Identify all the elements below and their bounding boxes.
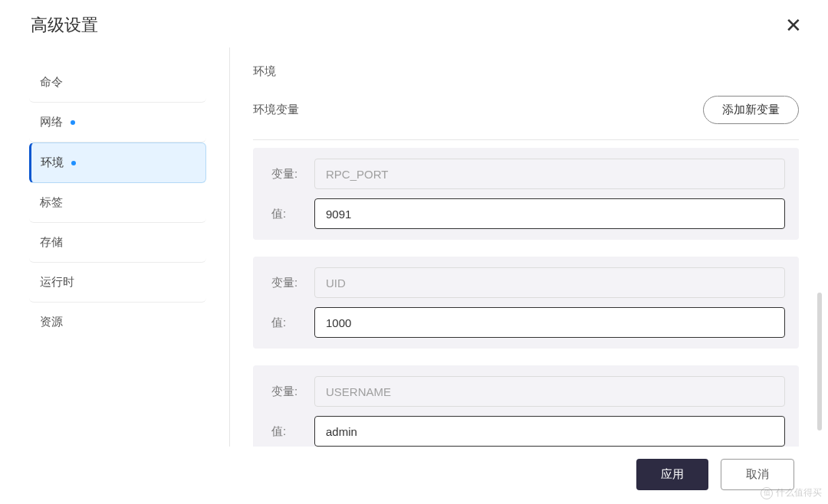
env-vars-label: 环境变量 [253, 103, 299, 117]
sidebar-item-runtime[interactable]: 运行时 [29, 263, 206, 303]
sidebar-item-label: 资源 [40, 315, 63, 329]
sidebar-item-command[interactable]: 命令 [29, 63, 206, 103]
var-key-label: 变量: [271, 385, 314, 399]
env-var-key-row: 变量: [271, 267, 785, 298]
env-var-key-row: 变量: [271, 159, 785, 189]
dialog-title: 高级设置 [31, 14, 98, 37]
env-var-card: 变量: 值: [253, 148, 799, 240]
scrollbar[interactable] [817, 293, 822, 430]
env-vars-list: 变量: 值: 变量: 值: [253, 139, 799, 447]
indicator-dot-icon [71, 161, 76, 165]
env-var-value-row: 值: [271, 198, 785, 229]
var-value-label: 值: [271, 424, 314, 439]
var-key-input[interactable] [314, 267, 785, 298]
dialog-body: 命令 网络 环境 标签 存储 运行时 资源 环境 [0, 37, 828, 447]
var-key-input[interactable] [314, 159, 785, 189]
sidebar-item-label: 环境 [41, 155, 64, 170]
sidebar-item-label: 网络 [40, 115, 63, 129]
sidebar-item-network[interactable]: 网络 [29, 103, 206, 142]
sidebar-item-label: 运行时 [40, 275, 74, 290]
var-key-input[interactable] [314, 376, 785, 407]
env-var-value-row: 值: [271, 307, 785, 338]
sidebar-item-labels[interactable]: 标签 [29, 183, 206, 223]
env-vars-header: 环境变量 添加新变量 [253, 96, 799, 124]
var-value-label: 值: [271, 207, 314, 221]
sidebar-item-environment[interactable]: 环境 [29, 142, 206, 183]
sidebar-item-label: 存储 [40, 235, 63, 250]
var-value-input[interactable] [314, 307, 785, 338]
indicator-dot-icon [71, 120, 75, 125]
var-value-input[interactable] [314, 416, 785, 447]
add-variable-button[interactable]: 添加新变量 [703, 96, 799, 124]
cancel-button[interactable]: 取消 [721, 459, 794, 490]
env-var-card: 变量: 值: [253, 365, 799, 447]
var-key-label: 变量: [271, 167, 314, 182]
dialog-header: 高级设置 ✕ [0, 0, 828, 37]
var-key-label: 变量: [271, 276, 314, 290]
sidebar-item-label: 命令 [40, 75, 63, 90]
content-panel: 环境 环境变量 添加新变量 变量: 值: [230, 47, 828, 447]
env-var-card: 变量: 值: [253, 257, 799, 349]
sidebar-item-storage[interactable]: 存储 [29, 223, 206, 263]
advanced-settings-dialog: 高级设置 ✕ 命令 网络 环境 标签 存储 运行时 [0, 0, 828, 504]
sidebar-item-resources[interactable]: 资源 [29, 303, 206, 342]
env-var-key-row: 变量: [271, 376, 785, 407]
dialog-footer: 应用 取消 值 什么值得买 [0, 447, 828, 504]
apply-button[interactable]: 应用 [636, 459, 708, 490]
sidebar: 命令 网络 环境 标签 存储 运行时 资源 [0, 47, 230, 447]
var-value-input[interactable] [314, 198, 785, 229]
section-title: 环境 [253, 64, 799, 79]
env-var-value-row: 值: [271, 416, 785, 447]
sidebar-item-label: 标签 [40, 195, 63, 210]
close-icon[interactable]: ✕ [780, 14, 807, 37]
var-value-label: 值: [271, 316, 314, 330]
